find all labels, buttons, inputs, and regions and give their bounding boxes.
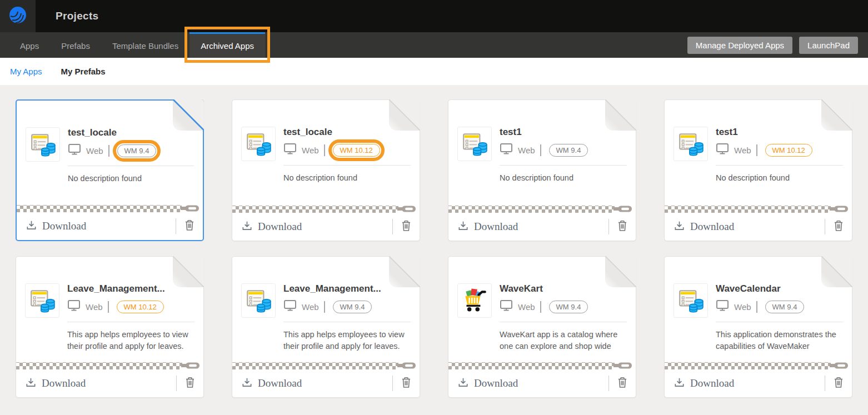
version-badge: WM 9.4 <box>549 301 588 313</box>
content-area: test_locale Web WM 9.4 No descri <box>0 85 868 412</box>
platform-label: Web <box>86 146 103 156</box>
download-button[interactable]: Download <box>665 220 734 233</box>
subnav-item-my-apps[interactable]: My Apps <box>10 67 42 76</box>
card-info: test_locale Web WM 10.12 No desc <box>283 127 411 205</box>
default-app-icon <box>457 127 492 161</box>
zipper-teeth <box>665 206 831 213</box>
zipper-teeth <box>448 362 615 369</box>
tab-label: Template Bundles <box>112 41 178 51</box>
nav-actions: Manage Deployed Apps LaunchPad <box>687 32 868 58</box>
app-card[interactable]: test_locale Web WM 10.12 No desc <box>232 99 420 241</box>
version-badge: WM 9.4 <box>765 301 805 313</box>
shopping-cart-icon <box>457 283 492 318</box>
download-button[interactable]: Download <box>17 219 86 233</box>
download-icon <box>457 377 469 390</box>
delete-button[interactable] <box>825 219 852 234</box>
download-icon <box>457 220 469 233</box>
monitor-icon <box>716 299 729 314</box>
manage-deployed-apps-button[interactable]: Manage Deployed Apps <box>687 37 792 54</box>
download-button[interactable]: Download <box>232 220 302 233</box>
zipper-pull-icon <box>613 205 632 213</box>
trash-icon <box>617 376 628 391</box>
page-fold-corner <box>389 256 420 287</box>
version-badge: WM 10.12 <box>765 144 812 157</box>
page-fold-corner <box>389 99 420 131</box>
version-annotation-ring: WM 9.4 <box>328 296 377 318</box>
download-icon <box>241 377 253 390</box>
zipper-teeth <box>232 362 398 369</box>
delete-button[interactable] <box>393 376 420 391</box>
delete-button[interactable] <box>176 219 203 233</box>
page-fold-corner <box>605 256 636 287</box>
download-icon <box>674 377 685 390</box>
subnav-item-my-prefabs[interactable]: My Prefabs <box>61 67 106 76</box>
logo-tile[interactable] <box>0 0 36 32</box>
meta-separator <box>108 145 109 157</box>
download-button[interactable]: Download <box>448 220 518 233</box>
card-footer: Download <box>17 212 203 240</box>
zipper-graphic <box>232 205 420 213</box>
platform-label: Web <box>518 302 535 312</box>
app-card[interactable]: test1 Web WM 9.4 No description <box>448 99 636 241</box>
delete-button[interactable] <box>825 376 852 391</box>
app-card[interactable]: Leave_Management... Web WM 9.4 T <box>232 256 420 398</box>
version-annotation-ring: WM 10.12 <box>112 296 168 318</box>
app-card[interactable]: test_locale Web WM 9.4 No descri <box>16 99 204 241</box>
card-info: test1 Web WM 9.4 No description <box>500 127 627 205</box>
app-name: test_locale <box>68 127 194 138</box>
trash-icon <box>184 219 195 233</box>
app-card[interactable]: WaveCalendar Web WM 9.4 This app <box>664 256 852 398</box>
tab-apps[interactable]: Apps <box>9 32 50 58</box>
download-button[interactable]: Download <box>16 377 86 390</box>
zipper-graphic <box>448 362 636 369</box>
tab-prefabs[interactable]: Prefabs <box>50 32 101 58</box>
delete-button[interactable] <box>393 219 420 234</box>
tab-label: Prefabs <box>61 41 90 51</box>
app-meta: Web WM 10.12 <box>716 142 843 158</box>
download-label: Download <box>42 377 86 389</box>
tab-template-bundles[interactable]: Template Bundles <box>101 32 189 58</box>
app-card[interactable]: Leave_Management... Web WM 10.12 <box>16 256 204 398</box>
platform-label: Web <box>734 302 751 312</box>
meta-separator <box>324 144 325 156</box>
app-description: WaveKart app is a catalog where one can … <box>500 329 627 352</box>
trash-icon <box>401 376 412 391</box>
app-description: No description found <box>68 173 194 184</box>
app-meta: Web WM 9.4 <box>68 143 194 158</box>
version-annotation-ring: WM 10.12 <box>328 139 385 161</box>
launchpad-button[interactable]: LaunchPad <box>799 37 858 54</box>
meta-separator <box>540 144 541 156</box>
monitor-icon <box>67 299 81 314</box>
download-button[interactable]: Download <box>232 377 302 390</box>
app-header: Projects <box>0 0 868 32</box>
page-fold-corner <box>605 99 636 131</box>
app-card[interactable]: test1 Web WM 10.12 No descriptio <box>664 99 852 241</box>
page-fold-corner <box>173 256 204 287</box>
version-annotation-ring: WM 9.4 <box>545 139 593 161</box>
download-button[interactable]: Download <box>665 377 734 390</box>
download-label: Download <box>474 377 518 389</box>
version-badge: WM 10.12 <box>333 144 380 157</box>
download-button[interactable]: Download <box>448 377 518 390</box>
card-footer: Download <box>665 213 852 241</box>
zipper-pull-icon <box>397 205 416 213</box>
app-description: This application demonstrates the capabi… <box>716 329 843 353</box>
delete-button[interactable] <box>609 219 636 234</box>
version-annotation-ring: WM 9.4 <box>113 140 161 162</box>
app-card[interactable]: WaveKart Web WM 9.4 WaveKart app <box>448 256 636 398</box>
zipper-graphic <box>665 205 852 213</box>
default-app-icon <box>26 127 60 162</box>
version-badge: WM 9.4 <box>117 144 157 157</box>
delete-button[interactable] <box>609 376 636 391</box>
tab-archived-apps[interactable]: Archived Apps <box>189 32 265 58</box>
card-footer: Download <box>665 369 852 397</box>
download-label: Download <box>258 377 302 389</box>
delete-button[interactable] <box>177 376 203 391</box>
trash-icon <box>617 219 628 234</box>
platform-label: Web <box>302 302 319 312</box>
download-icon <box>241 220 253 233</box>
card-footer: Download <box>232 369 420 397</box>
card-info: Leave_Management... Web WM 10.12 <box>67 283 194 362</box>
page-title: Projects <box>56 10 98 22</box>
monitor-icon <box>500 143 513 157</box>
